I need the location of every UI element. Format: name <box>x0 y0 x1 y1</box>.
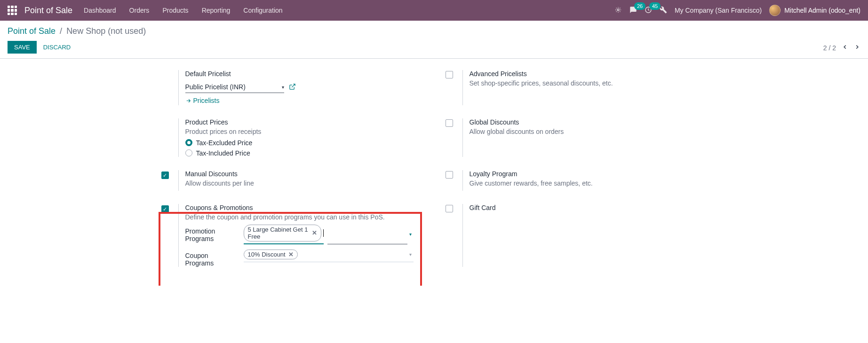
nav-right: 26 45 My Company (San Francisco) Mitchel… <box>614 5 860 16</box>
setting-desc: Set shop-specific prices, seasonal disco… <box>470 79 698 87</box>
setting-title: Advanced Pricelists <box>470 70 698 78</box>
promo-programs-label: Promotion Programs <box>185 225 238 242</box>
setting-desc: Define the coupon and promotion programs… <box>185 213 414 221</box>
setting-default-pricelist: Default Pricelist Public Pricelist (INR)… <box>161 70 423 105</box>
remove-tag-icon[interactable]: ✕ <box>312 229 317 236</box>
caret-down-icon[interactable]: ▾ <box>409 252 414 257</box>
pager-prev-icon[interactable] <box>842 44 848 52</box>
remove-tag-icon[interactable]: ✕ <box>288 251 294 258</box>
setting-loyalty-program: Loyalty Program Give customer rewards, f… <box>446 170 707 191</box>
nav-item-reporting[interactable]: Reporting <box>202 7 231 14</box>
control-bar: Point of Sale / New Shop (not used) SAVE… <box>0 21 868 58</box>
pager: 2 / 2 <box>823 44 860 52</box>
nav-item-products[interactable]: Products <box>162 7 188 14</box>
breadcrumb: Point of Sale / New Shop (not used) <box>8 26 146 36</box>
tools-icon[interactable] <box>660 6 667 15</box>
messages-badge: 26 <box>634 2 645 10</box>
setting-advanced-pricelists: Advanced Pricelists Set shop-specific pr… <box>446 70 707 105</box>
discard-button[interactable]: DISCARD <box>43 44 71 51</box>
checkbox-coupons[interactable] <box>161 205 169 213</box>
setting-desc: Allow global discounts on orders <box>470 128 698 135</box>
pricelists-link[interactable]: Pricelists <box>185 97 220 104</box>
checkbox-manual-discounts[interactable] <box>161 172 169 179</box>
caret-down-icon: ▾ <box>282 85 284 90</box>
setting-gift-card: Gift Card <box>446 204 707 267</box>
coupon-programs-label: Coupon Programs <box>185 249 238 267</box>
pager-next-icon[interactable] <box>854 44 860 52</box>
setting-title: Coupons & Promotions <box>185 204 414 211</box>
breadcrumb-root[interactable]: Point of Sale <box>8 26 56 36</box>
promo-programs-field[interactable]: 5 Large Cabinet Get 1 Free ✕ ▾ <box>244 225 414 245</box>
pager-text: 2 / 2 <box>823 44 836 52</box>
checkbox-global-discounts[interactable] <box>446 119 453 127</box>
save-button[interactable]: SAVE <box>8 41 37 54</box>
apps-icon[interactable] <box>8 6 17 15</box>
settings-body: Default Pricelist Public Pricelist (INR)… <box>0 59 868 286</box>
caret-down-icon[interactable]: ▾ <box>409 232 414 237</box>
setting-title: Product Prices <box>185 118 414 126</box>
text-cursor <box>323 229 324 237</box>
setting-global-discounts: Global Discounts Allow global discounts … <box>446 118 707 157</box>
setting-title: Manual Discounts <box>185 170 414 178</box>
nav-item-configuration[interactable]: Configuration <box>243 7 282 14</box>
svg-point-0 <box>617 9 619 11</box>
setting-title: Loyalty Program <box>470 170 698 178</box>
company-switcher[interactable]: My Company (San Francisco) <box>675 7 762 14</box>
pricelist-select[interactable]: Public Pricelist (INR) ▾ <box>185 81 284 93</box>
checkbox-gift-card[interactable] <box>446 205 453 212</box>
nav-item-orders[interactable]: Orders <box>129 7 150 14</box>
setting-desc: Allow discounts per line <box>185 179 414 187</box>
setting-desc: Product prices on receipts <box>185 128 414 135</box>
user-menu[interactable]: Mitchell Admin (odoo_ent) <box>769 5 860 16</box>
username: Mitchell Admin (odoo_ent) <box>784 7 860 14</box>
checkbox-loyalty[interactable] <box>446 171 453 179</box>
setting-manual-discounts: Manual Discounts Allow discounts per lin… <box>161 170 423 191</box>
setting-title: Gift Card <box>470 204 698 211</box>
nav-item-dashboard[interactable]: Dashboard <box>84 7 116 14</box>
setting-title: Default Pricelist <box>185 70 414 78</box>
radio-tax-excluded[interactable] <box>185 139 192 146</box>
external-link-icon[interactable] <box>289 83 296 92</box>
promo-tag: 5 Large Cabinet Get 1 Free ✕ <box>244 225 321 242</box>
coupon-tag: 10% Discount ✕ <box>244 249 298 259</box>
setting-desc: Give customer rewards, free samples, etc… <box>470 179 698 187</box>
coupon-programs-field[interactable]: 10% Discount ✕ ▾ <box>244 249 414 262</box>
setting-product-prices: Product Prices Product prices on receipt… <box>161 118 423 157</box>
top-nav: Point of Sale Dashboard Orders Products … <box>0 0 868 21</box>
setting-coupons-promotions: Coupons & Promotions Define the coupon a… <box>161 204 423 267</box>
setting-title: Global Discounts <box>470 118 698 126</box>
nav-menu: Dashboard Orders Products Reporting Conf… <box>84 7 283 14</box>
activities-icon[interactable]: 45 <box>645 6 652 15</box>
debug-icon[interactable] <box>614 6 622 15</box>
activities-badge: 45 <box>649 2 661 10</box>
radio-tax-included[interactable] <box>185 149 192 156</box>
breadcrumb-current: New Shop (not used) <box>66 26 146 36</box>
avatar <box>769 5 780 16</box>
messages-icon[interactable]: 26 <box>629 6 637 15</box>
checkbox-advanced-pricelists[interactable] <box>446 71 453 78</box>
app-title[interactable]: Point of Sale <box>24 6 72 16</box>
